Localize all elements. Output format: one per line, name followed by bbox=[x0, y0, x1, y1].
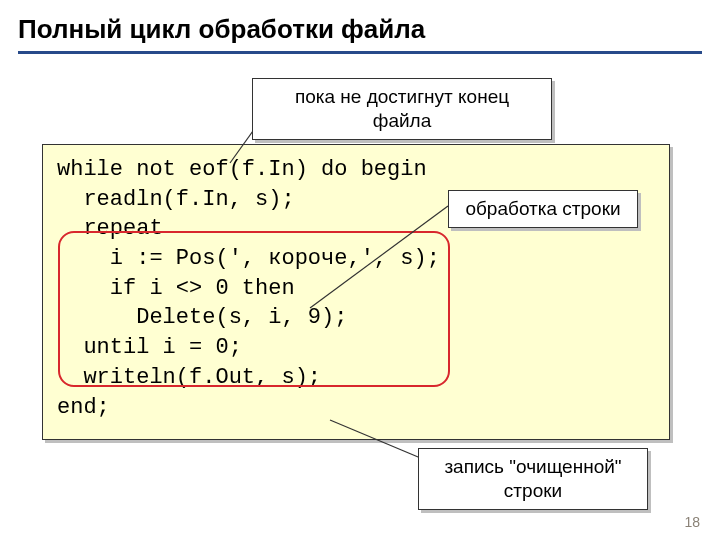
code-line: i := Pos(', короче,', s); bbox=[57, 246, 440, 271]
callout-process: обработка строки bbox=[448, 190, 638, 228]
title-underline bbox=[18, 51, 702, 54]
callout-write: запись "очищенной" строки bbox=[418, 448, 648, 510]
code-line: writeln(f.Out, s); bbox=[57, 365, 321, 390]
code-line: until i = 0; bbox=[57, 335, 242, 360]
code-line: repeat bbox=[57, 216, 163, 241]
code-line: Delete(s, i, 9); bbox=[57, 305, 347, 330]
page-number: 18 bbox=[684, 514, 700, 530]
code-line: while not eof(f.In) do begin bbox=[57, 157, 427, 182]
slide-title: Полный цикл обработки файла bbox=[0, 0, 720, 51]
code-line: readln(f.In, s); bbox=[57, 187, 295, 212]
callout-eof: пока не достигнут конец файла bbox=[252, 78, 552, 140]
code-block: while not eof(f.In) do begin readln(f.In… bbox=[42, 144, 670, 440]
code-line: if i <> 0 then bbox=[57, 276, 295, 301]
code-line: end; bbox=[57, 395, 110, 420]
